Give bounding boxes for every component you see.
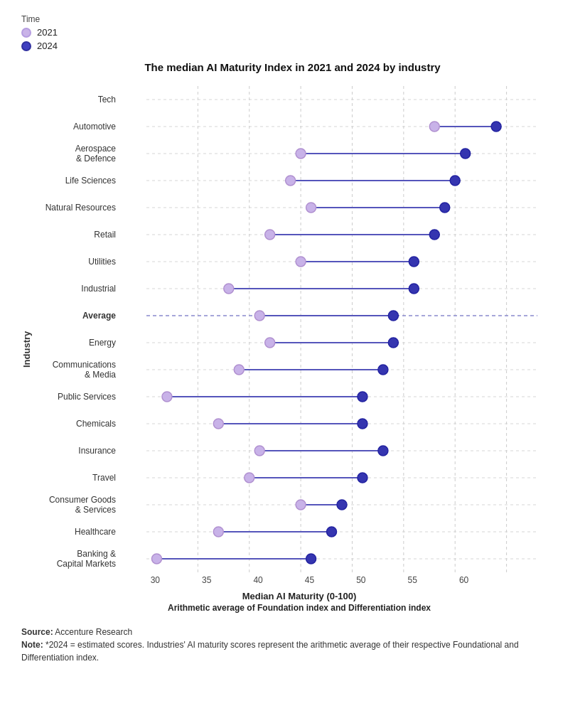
svg-point-47 (234, 365, 244, 375)
svg-point-27 (265, 230, 275, 240)
x-tick: 45 (302, 575, 316, 585)
row-label: Tech (35, 86, 116, 113)
legend-label: 2024 (37, 41, 58, 51)
row-label: Life Sciences (35, 167, 116, 194)
svg-point-74 (306, 554, 316, 564)
source-section: Source: Accenture Research Note: *2024 =… (21, 626, 564, 664)
legend-items: 20212024 (21, 27, 564, 51)
x-axis-label: Median AI Maturity (0-100) (242, 591, 357, 601)
source-text: Accenture Research (53, 627, 132, 637)
row-label: Chemicals (35, 410, 116, 437)
svg-point-75 (151, 554, 161, 564)
row-label: Travel (35, 464, 116, 491)
svg-point-51 (162, 392, 172, 402)
chart-inner: TechAutomotiveAerospace& DefenceLife Sci… (35, 86, 564, 613)
note-text: *2024 = estimated scores. Industries' AI… (21, 640, 519, 663)
svg-point-22 (440, 203, 450, 213)
svg-point-46 (378, 365, 388, 375)
svg-point-67 (296, 500, 306, 510)
svg-point-58 (378, 446, 388, 456)
svg-point-30 (409, 257, 419, 267)
row-label: Utilities (35, 248, 116, 275)
legend-section: Time 20212024 (21, 14, 564, 51)
legend-circle (21, 41, 31, 51)
svg-point-35 (224, 284, 234, 294)
svg-point-34 (409, 284, 419, 294)
svg-point-39 (254, 311, 264, 321)
x-tick: 30 (148, 575, 162, 585)
note-label: Note: (21, 640, 43, 650)
x-tick: 35 (200, 575, 214, 585)
svg-point-71 (213, 527, 223, 537)
svg-point-10 (491, 122, 501, 132)
svg-point-43 (265, 338, 275, 348)
row-label: Communications& Media (35, 356, 116, 383)
legend-title: Time (21, 14, 564, 24)
source-line: Source: Accenture Research (21, 626, 564, 638)
legend-item: 2024 (21, 41, 564, 51)
x-tick: 40 (251, 575, 265, 585)
chart-title: The median AI Maturity Index in 2021 and… (21, 61, 564, 73)
x-tick: 60 (457, 575, 471, 585)
legend-item: 2021 (21, 27, 564, 38)
plot-area: TechAutomotiveAerospace& DefenceLife Sci… (35, 86, 564, 572)
note-line: Note: *2024 = estimated scores. Industri… (21, 638, 564, 664)
svg-point-19 (286, 176, 296, 186)
x-axis-sublabel: Arithmetic average of Foundation index a… (168, 603, 431, 613)
svg-point-59 (254, 446, 264, 456)
svg-point-15 (296, 149, 306, 159)
row-label: Natural Resources (35, 194, 116, 221)
x-ticks: 30354045505560 (104, 572, 495, 587)
svg-point-55 (213, 419, 223, 429)
row-label: Healthcare (35, 518, 116, 545)
svg-point-63 (245, 473, 254, 483)
x-tick: 55 (405, 575, 419, 585)
svg-point-26 (429, 230, 439, 240)
row-label: Automotive (35, 113, 116, 140)
y-axis-label: Industry (21, 86, 32, 613)
grid-and-dots (120, 86, 564, 572)
row-label: Industrial (35, 275, 116, 302)
row-labels: TechAutomotiveAerospace& DefenceLife Sci… (35, 86, 120, 572)
row-label: Consumer Goods& Services (35, 491, 116, 518)
legend-label: 2021 (37, 27, 58, 38)
svg-point-70 (327, 527, 337, 537)
row-label: Banking &Capital Markets (35, 545, 116, 572)
svg-point-42 (388, 338, 398, 348)
row-label: Aerospace& Defence (35, 140, 116, 167)
svg-point-62 (358, 473, 367, 483)
row-label: Public Services (35, 383, 116, 410)
source-label: Source: (21, 627, 53, 637)
svg-point-23 (306, 203, 316, 213)
row-label: Energy (35, 329, 116, 356)
x-axis-area: 30354045505560 Median AI Maturity (0-100… (35, 572, 564, 613)
row-label: Retail (35, 221, 116, 248)
chart-svg (120, 86, 564, 572)
svg-point-66 (337, 500, 347, 510)
svg-point-11 (429, 122, 439, 132)
svg-point-31 (296, 257, 306, 267)
legend-circle (21, 28, 31, 38)
x-tick: 50 (354, 575, 368, 585)
svg-point-38 (388, 311, 398, 321)
svg-point-18 (450, 176, 460, 186)
chart-container: Industry TechAutomotiveAerospace& Defenc… (21, 86, 564, 613)
svg-point-50 (358, 392, 367, 402)
svg-point-14 (461, 149, 471, 159)
svg-point-54 (358, 419, 367, 429)
row-label: Insurance (35, 437, 116, 464)
row-label: Average (35, 302, 116, 329)
